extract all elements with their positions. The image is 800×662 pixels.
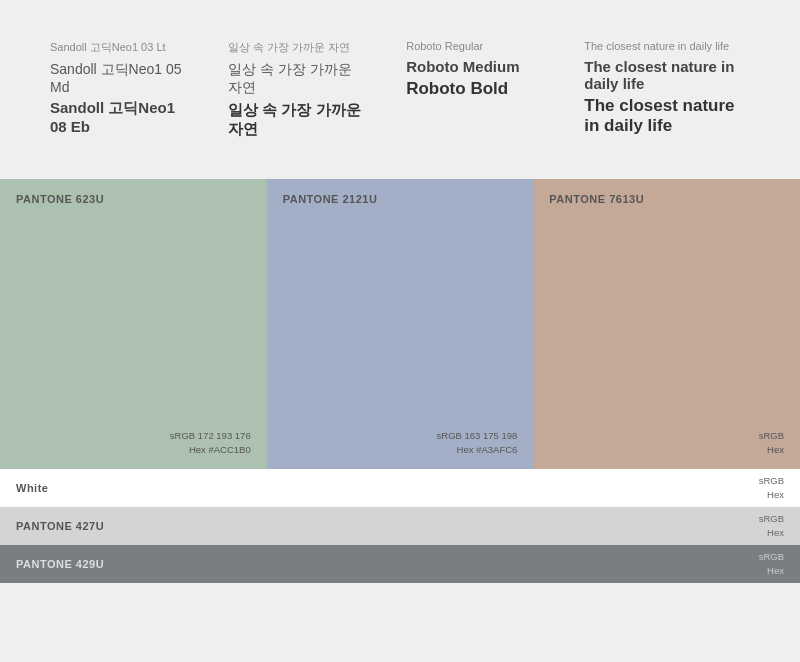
sandoll-font-col: Sandoll 고딕Neo1 03 Lt Sandoll 고딕Neo1 05 M… [50,40,188,135]
sandoll-bold: Sandoll 고딕Neo1 08 Eb [50,99,188,135]
korean-medium: 일상 속 가장 가까운 자연 [228,61,366,97]
blue-color-info: sRGB 163 175 198 Hex #A3AFC6 [283,429,518,458]
light-gray-info: sRGB Hex [759,512,784,541]
divider [0,169,800,179]
roboto-bold: Roboto Bold [406,79,544,99]
sandoll-medium: Sandoll 고딕Neo1 05 Md [50,61,188,95]
dark-gray-label: PANTONE 429U [16,558,104,570]
white-info: sRGB Hex [759,474,784,503]
korean-text-col: 일상 속 가장 가까운 자연 일상 속 가장 가까운 자연 일상 속 가장 가까… [228,40,366,139]
row-light-gray: PANTONE 427U sRGB Hex [0,507,800,545]
light-gray-label: PANTONE 427U [16,520,104,532]
pantone-green-label: PANTONE 623U [16,193,251,205]
white-hex: Hex [767,489,784,500]
english-text-col: The closest nature in daily life The clo… [584,40,750,136]
tan-color-info: sRGB Hex [549,429,784,458]
english-medium: The closest nature in daily life [584,58,750,92]
dark-gray-srgb: sRGB [759,551,784,562]
blue-srgb: sRGB 163 175 198 [437,429,518,443]
green-srgb: sRGB 172 193 176 [170,429,251,443]
light-gray-srgb: sRGB [759,513,784,524]
tan-srgb: sRGB [759,429,784,443]
roboto-label: Roboto Regular [406,40,544,52]
korean-label: 일상 속 가장 가까운 자연 [228,40,366,55]
roboto-medium: Roboto Medium [406,58,544,75]
bottom-rows: White sRGB Hex PANTONE 427U sRGB Hex PAN… [0,469,800,583]
roboto-font-col: Roboto Regular Roboto Medium Roboto Bold [406,40,544,99]
pantone-tan-label: PANTONE 7613U [549,193,784,205]
green-hex: Hex #ACC1B0 [189,443,251,457]
tan-hex: Hex [767,443,784,457]
typography-section: Sandoll 고딕Neo1 03 Lt Sandoll 고딕Neo1 05 M… [0,0,800,169]
white-label: White [16,482,48,494]
english-label: The closest nature in daily life [584,40,750,52]
white-srgb: sRGB [759,475,784,486]
color-section: PANTONE 623U sRGB 172 193 176 Hex #ACC1B… [0,179,800,469]
color-green: PANTONE 623U sRGB 172 193 176 Hex #ACC1B… [0,179,267,469]
color-blue: PANTONE 2121U sRGB 163 175 198 Hex #A3AF… [267,179,534,469]
dark-gray-hex: Hex [767,565,784,576]
color-tan: PANTONE 7613U sRGB Hex [533,179,800,469]
green-color-info: sRGB 172 193 176 Hex #ACC1B0 [16,429,251,458]
pantone-blue-label: PANTONE 2121U [283,193,518,205]
blue-hex: Hex #A3AFC6 [457,443,518,457]
row-white: White sRGB Hex [0,469,800,507]
sandoll-label: Sandoll 고딕Neo1 03 Lt [50,40,188,55]
light-gray-hex: Hex [767,527,784,538]
dark-gray-info: sRGB Hex [759,550,784,579]
korean-bold: 일상 속 가장 가까운 자연 [228,101,366,139]
row-dark-gray: PANTONE 429U sRGB Hex [0,545,800,583]
english-bold: The closest nature in daily life [584,96,750,136]
